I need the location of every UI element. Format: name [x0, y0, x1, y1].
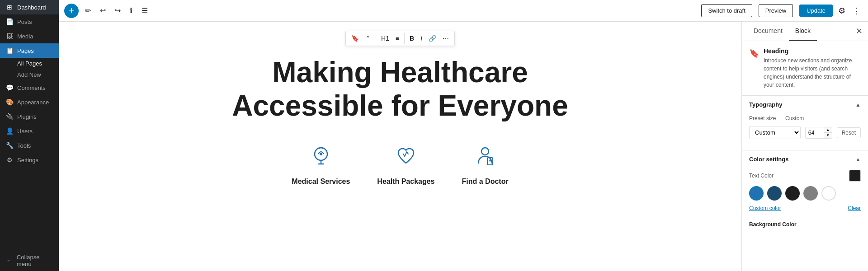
collapse-icon: ←	[5, 257, 13, 264]
color-settings-section-header[interactable]: Color settings ▲	[742, 150, 868, 168]
preset-size-label: Preset size	[749, 115, 781, 121]
tab-block[interactable]: Block	[789, 22, 817, 41]
block-toolbar: 🔖 ⌃ H1 ≡ B I 🔗 ⋯	[345, 31, 455, 46]
tools-options-button[interactable]: ☰	[139, 5, 151, 17]
sidebar-item-label: Settings	[17, 157, 38, 164]
preset-size-select[interactable]: Custom	[749, 126, 801, 139]
sidebar-sub-add-new[interactable]: Add New	[0, 69, 59, 80]
reset-button[interactable]: Reset	[837, 127, 861, 138]
service-card-medical: Medical Services	[292, 145, 350, 186]
medical-services-label: Medical Services	[292, 178, 350, 186]
sidebar-item-label: Appearance	[17, 99, 49, 106]
redo-button[interactable]: ↪	[112, 5, 123, 17]
appearance-icon: 🎨	[5, 98, 14, 106]
undo-button[interactable]: ↩	[97, 5, 108, 17]
sidebar-item-label: Comments	[17, 84, 46, 91]
service-card-health: Health Packages	[377, 145, 434, 186]
toolbar-divider	[376, 33, 376, 44]
sidebar-item-label: Tools	[17, 142, 31, 149]
typography-section-header[interactable]: Typography ▲	[742, 95, 868, 113]
pages-icon: 📋	[5, 47, 14, 54]
panel-close-button[interactable]: ✕	[856, 26, 863, 36]
color-swatch-blue[interactable]	[749, 186, 764, 201]
sidebar-item-tools[interactable]: 🔧 Tools	[0, 138, 59, 153]
sidebar-item-media[interactable]: 🖼 Media	[0, 29, 59, 43]
spin-buttons: ▲ ▼	[824, 127, 832, 138]
typography-controls: Preset size Custom Custom ▲ ▼ Reset	[742, 113, 868, 150]
sidebar-item-label: Plugins	[17, 113, 37, 120]
italic-button[interactable]: I	[418, 33, 425, 44]
font-size-row: Custom ▲ ▼ Reset	[749, 126, 861, 139]
sidebar-item-label: Users	[17, 128, 33, 135]
link-button[interactable]: 🔗	[426, 33, 439, 44]
block-info-text: Heading Introduce new sections and organ…	[764, 47, 861, 89]
panel-settings-button[interactable]: ⚙	[836, 4, 847, 18]
sidebar-item-comments[interactable]: 💬 Comments	[0, 80, 59, 95]
sidebar-item-plugins[interactable]: 🔌 Plugins	[0, 109, 59, 124]
sidebar-item-appearance[interactable]: 🎨 Appearance	[0, 95, 59, 109]
medical-services-icon	[310, 145, 332, 172]
sidebar-item-label: Posts	[17, 19, 32, 25]
sub-label: All Pages	[17, 60, 42, 67]
move-up-button[interactable]: ⌃	[363, 33, 373, 44]
color-swatch-gray[interactable]	[803, 186, 818, 201]
color-settings-chevron-icon: ▲	[855, 156, 861, 163]
sidebar-item-dashboard[interactable]: ⊞ Dashboard	[0, 0, 59, 14]
font-size-input[interactable]	[806, 127, 824, 138]
more-options-button[interactable]: ⋮	[851, 4, 863, 18]
align-button[interactable]: ≡	[393, 33, 402, 44]
block-info-title: Heading	[764, 47, 861, 55]
sidebar-collapse[interactable]: ← Collapse menu	[0, 250, 59, 271]
add-block-button[interactable]: +	[64, 4, 79, 18]
sidebar-item-posts[interactable]: 📄 Posts	[0, 14, 59, 29]
sidebar-item-pages[interactable]: 📋 Pages	[0, 43, 59, 58]
tab-document[interactable]: Document	[747, 22, 789, 41]
sidebar-item-label: Dashboard	[17, 4, 46, 11]
spin-up-button[interactable]: ▲	[824, 127, 832, 133]
svg-point-1	[320, 153, 322, 155]
color-link-row: Custom color Clear	[749, 205, 861, 211]
custom-color-link[interactable]: Custom color	[749, 205, 781, 211]
color-swatch-black[interactable]	[785, 186, 800, 201]
current-text-color-swatch[interactable]	[849, 170, 861, 182]
color-section: Text Color Custom color Clear	[742, 168, 868, 218]
typography-chevron-icon: ▲	[855, 102, 861, 108]
health-packages-label: Health Packages	[377, 178, 434, 186]
clear-color-link[interactable]: Clear	[848, 205, 861, 211]
update-button[interactable]: Update	[799, 5, 833, 17]
find-a-doctor-icon	[474, 145, 496, 172]
more-toolbar-button[interactable]: ⋯	[440, 33, 452, 44]
collapse-label: Collapse menu	[17, 254, 53, 267]
sidebar-item-settings[interactable]: ⚙ Settings	[0, 153, 59, 167]
preview-button[interactable]: Preview	[759, 4, 793, 17]
edit-mode-button[interactable]: ✏	[82, 5, 94, 17]
service-card-doctor: Find a Doctor	[462, 145, 509, 186]
sidebar-sub-all-pages[interactable]: All Pages	[0, 58, 59, 69]
color-swatch-white[interactable]	[821, 186, 836, 201]
comments-icon: 💬	[5, 84, 14, 91]
svg-point-2	[481, 148, 489, 155]
switch-draft-button[interactable]: Switch to draft	[701, 4, 752, 17]
block-info-description: Introduce new sections and organize cont…	[764, 56, 861, 89]
color-swatch-dark-blue[interactable]	[767, 186, 782, 201]
background-color-label: Background Color	[742, 218, 868, 229]
settings-icon: ⚙	[5, 156, 14, 164]
editor-wrapper: 🔖 ⌃ H1 ≡ B I 🔗 ⋯ Making Healthcare Acces…	[59, 22, 868, 271]
heading-level-button[interactable]: H1	[378, 33, 392, 44]
bookmark-icon: 🔖	[749, 48, 759, 58]
info-button[interactable]: ℹ	[127, 5, 135, 17]
sidebar: ⊞ Dashboard 📄 Posts 🖼 Media 📋 Pages All …	[0, 0, 59, 271]
sidebar-item-users[interactable]: 👤 Users	[0, 124, 59, 138]
typography-title: Typography	[749, 101, 782, 108]
sidebar-item-label: Media	[17, 33, 33, 40]
spin-down-button[interactable]: ▼	[824, 133, 832, 138]
bold-button[interactable]: B	[407, 33, 417, 44]
main-area: + ✏ ↩ ↪ ℹ ☰ Switch to draft Preview Upda…	[59, 0, 868, 271]
panel-tabs: Document Block ✕	[742, 22, 868, 41]
plugins-icon: 🔌	[5, 113, 14, 120]
heading-block[interactable]: Making Healthcare Accessible for Everyon…	[197, 51, 604, 127]
block-type-button[interactable]: 🔖	[349, 33, 362, 44]
editor-content[interactable]: 🔖 ⌃ H1 ≡ B I 🔗 ⋯ Making Healthcare Acces…	[59, 22, 741, 271]
text-color-row: Text Color	[749, 170, 861, 182]
media-icon: 🖼	[5, 33, 14, 40]
